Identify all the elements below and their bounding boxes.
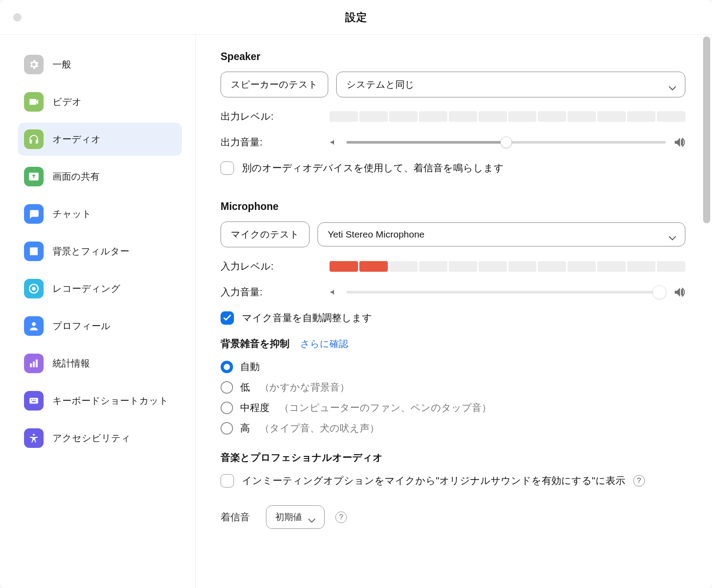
chevron-down-icon — [669, 232, 676, 237]
radio-high[interactable] — [221, 422, 233, 435]
svg-rect-10 — [32, 401, 36, 402]
level-segment — [330, 111, 358, 122]
ringtone-value: 初期値 — [275, 512, 302, 522]
sidebar-item-label: チャット — [52, 208, 92, 220]
radio-auto[interactable] — [221, 361, 233, 373]
radio-label: 中程度 — [240, 401, 270, 415]
speaker-device-value: システムと同じ — [346, 79, 414, 89]
noise-suppression-link[interactable]: さらに確認 — [300, 338, 348, 350]
noise-option-low[interactable]: 低 （かすかな背景音） — [221, 381, 685, 394]
level-segment — [567, 261, 596, 272]
sidebar-item-accessibility[interactable]: アクセシビリティ — [18, 422, 182, 455]
noise-option-high[interactable]: 高 （タイプ音、犬の吠え声） — [221, 422, 685, 435]
level-segment — [657, 111, 685, 122]
sidebar-item-general[interactable]: 一般 — [18, 48, 182, 81]
auto-adjust-checkbox[interactable] — [221, 311, 234, 325]
output-level-row: 出力レベル: — [221, 110, 685, 123]
sidebar-item-share-screen[interactable]: 画面の共有 — [18, 160, 182, 193]
original-sound-label: インミーティングオプションをマイクから"オリジナルサウンドを有効にする"に表示 — [242, 474, 625, 487]
output-level-meter — [330, 111, 685, 122]
svg-rect-3 — [30, 363, 32, 367]
test-speaker-button[interactable]: スピーカーのテスト — [221, 72, 328, 97]
sidebar-item-chat[interactable]: チャット — [18, 197, 182, 230]
level-segment — [508, 111, 537, 122]
level-segment — [479, 261, 507, 272]
level-segment — [389, 261, 418, 272]
chevron-down-icon — [669, 82, 676, 87]
sidebar-item-label: 統計情報 — [52, 357, 90, 370]
audio-settings-panel: Speaker スピーカーのテスト システムと同じ 出力レベル: 出力音量: — [196, 35, 712, 588]
sidebar-item-label: 背景とフィルター — [52, 245, 129, 258]
svg-rect-6 — [29, 398, 38, 404]
ringtone-row: 着信音 初期値 ? — [221, 505, 685, 529]
radio-hint: （タイプ音、犬の吠え声） — [260, 422, 379, 435]
music-audio-header: 音楽とプロフェショナルオーディオ — [221, 451, 685, 464]
level-segment — [419, 111, 447, 122]
chat-icon — [24, 204, 44, 224]
ringtone-select[interactable]: 初期値 — [266, 505, 325, 529]
sidebar-item-audio[interactable]: オーディオ — [18, 123, 182, 156]
window-title: 設定 — [345, 10, 367, 24]
scrollbar[interactable] — [703, 36, 710, 223]
volume-high-icon — [674, 137, 685, 148]
speaker-device-select[interactable]: システムと同じ — [336, 72, 685, 97]
sidebar-item-profile[interactable]: プロフィール — [18, 310, 182, 342]
help-icon[interactable]: ? — [335, 511, 347, 523]
separate-device-checkbox[interactable] — [221, 161, 234, 175]
radio-medium[interactable] — [221, 402, 233, 414]
level-segment — [657, 261, 685, 272]
output-volume-slider[interactable] — [346, 141, 666, 144]
level-segment — [330, 261, 358, 272]
microphone-section-title: Microphone — [221, 201, 685, 213]
original-sound-row: インミーティングオプションをマイクから"オリジナルサウンドを有効にする"に表示 … — [221, 474, 685, 487]
radio-low[interactable] — [221, 381, 233, 394]
svg-point-1 — [32, 287, 36, 291]
noise-option-auto[interactable]: 自動 — [221, 360, 685, 374]
sidebar-item-video[interactable]: ビデオ — [18, 85, 182, 118]
level-segment — [359, 261, 388, 272]
radio-label: 自動 — [240, 360, 260, 374]
output-volume-row: 出力音量: — [221, 136, 685, 149]
sidebar-item-keyboard-shortcuts[interactable]: キーボードショートカット — [18, 384, 182, 417]
sidebar-item-label: アクセシビリティ — [52, 432, 131, 444]
input-volume-row: 入力音量: — [221, 286, 685, 299]
titlebar: 設定 — [0, 0, 712, 35]
traffic-light-close[interactable] — [13, 13, 21, 21]
original-sound-checkbox[interactable] — [221, 474, 234, 487]
input-level-label: 入力レベル: — [221, 260, 330, 273]
input-volume-slider[interactable] — [346, 291, 666, 294]
chevron-down-icon — [308, 515, 315, 520]
mic-device-row: マイクのテスト Yeti Stereo Microphone — [221, 222, 685, 247]
level-segment — [597, 111, 626, 122]
sidebar-item-label: プロフィール — [52, 320, 111, 332]
profile-icon — [24, 316, 44, 336]
keyboard-icon — [24, 391, 44, 411]
user-square-icon — [24, 242, 44, 261]
sidebar-item-background-filters[interactable]: 背景とフィルター — [18, 235, 182, 268]
level-segment — [449, 261, 477, 272]
volume-low-icon — [330, 138, 338, 147]
mic-device-value: Yeti Stereo Microphone — [328, 229, 425, 239]
settings-window: 設定 一般 ビデオ オーディオ — [0, 0, 712, 588]
input-level-row: 入力レベル: — [221, 260, 685, 273]
radio-hint: （コンピューターのファン、ペンのタップ音） — [279, 401, 491, 415]
input-volume-slider-wrap — [330, 286, 685, 298]
sidebar-item-label: キーボードショートカット — [52, 395, 169, 407]
test-mic-button[interactable]: マイクのテスト — [221, 222, 310, 247]
sidebar-item-recording[interactable]: レコーディング — [18, 272, 182, 305]
sidebar-item-label: オーディオ — [52, 133, 101, 145]
sidebar-item-label: 画面の共有 — [52, 170, 100, 183]
noise-option-medium[interactable]: 中程度 （コンピューターのファン、ペンのタップ音） — [221, 401, 685, 415]
headphones-icon — [24, 129, 44, 149]
sidebar-item-statistics[interactable]: 統計情報 — [18, 347, 182, 380]
radio-label: 低 — [240, 381, 250, 394]
level-segment — [538, 261, 566, 272]
level-segment — [449, 111, 477, 122]
sidebar-item-label: ビデオ — [52, 96, 82, 108]
mic-device-select[interactable]: Yeti Stereo Microphone — [318, 222, 685, 246]
sidebar: 一般 ビデオ オーディオ 画面の共有 — [0, 35, 196, 588]
sidebar-item-label: 一般 — [52, 58, 71, 71]
output-volume-label: 出力音量: — [221, 136, 330, 149]
output-volume-slider-wrap — [330, 137, 685, 148]
help-icon[interactable]: ? — [633, 475, 645, 487]
